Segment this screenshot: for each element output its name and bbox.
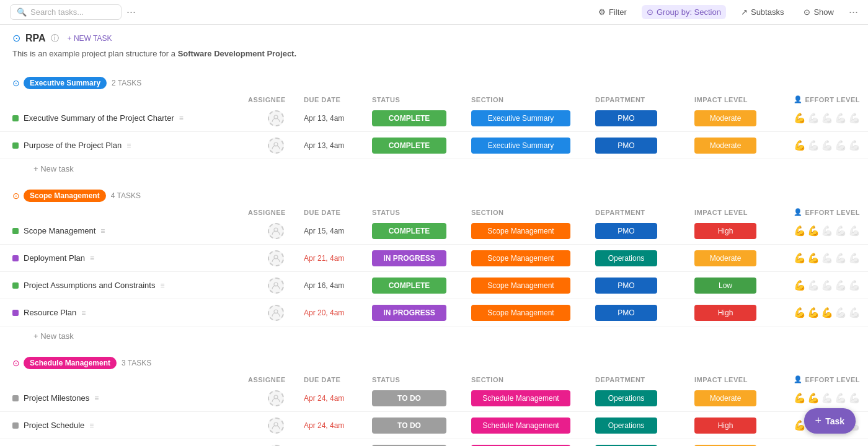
effort-icon: 💪 [807, 279, 820, 291]
status-cell: TO DO [372, 418, 471, 434]
table-row: Scope Management ≡ Apr 15, 4am COMPLETE … [0, 217, 868, 245]
task-menu-icon[interactable]: ≡ [100, 227, 105, 235]
avatar[interactable] [268, 223, 284, 239]
impact-pill[interactable]: Moderate [694, 110, 756, 126]
avatar[interactable] [268, 250, 284, 266]
add-task-fab[interactable]: + Task [804, 408, 856, 434]
department-pill[interactable]: Operations [595, 418, 657, 434]
task-name[interactable]: Project Assumptions and Constraints [24, 281, 155, 290]
department-pill[interactable]: PMO [595, 305, 657, 321]
section-cell: Schedule Management [471, 390, 595, 406]
collapse-project-icon[interactable]: ⊙ [12, 32, 20, 44]
task-name[interactable]: Deployment Plan [24, 253, 85, 263]
section-pill[interactable]: Scope Management [471, 223, 570, 239]
task-color-dot [12, 395, 19, 401]
task-menu-icon[interactable]: ≡ [94, 394, 99, 403]
task-name[interactable]: Scope Management [24, 226, 95, 235]
impact-pill[interactable]: Moderate [694, 250, 756, 266]
show-button[interactable]: ⊙ Show [799, 5, 839, 19]
group-by-button[interactable]: ⊙ Group by: Section [642, 5, 726, 19]
section-toggle-executive-summary[interactable]: ⊙ [12, 78, 20, 88]
group-by-label: Group by: Section [657, 7, 721, 17]
status-cell: IN PROGRESS [372, 305, 471, 321]
avatar[interactable] [268, 138, 284, 154]
department-pill[interactable]: Operations [595, 250, 657, 266]
page-header: ⊙ RPA ⓘ + NEW TASK This is an example pr… [0, 25, 868, 66]
effort-icon: 💪 [821, 139, 833, 151]
task-name[interactable]: Project Schedule [24, 421, 84, 430]
status-badge[interactable]: TO DO [372, 390, 446, 406]
impact-pill[interactable]: Moderate [694, 390, 756, 406]
col-due-date: DUE DATE [304, 95, 372, 103]
avatar[interactable] [268, 110, 284, 126]
section-pill[interactable]: Executive Summary [471, 138, 570, 154]
task-menu-icon[interactable]: ≡ [126, 141, 131, 150]
subtasks-button[interactable]: ↗ Subtasks [736, 5, 789, 19]
task-menu-icon[interactable]: ≡ [179, 114, 184, 123]
status-cell: COMPLETE [372, 278, 471, 294]
effort-person-icon: 👤 [794, 375, 803, 383]
status-badge[interactable]: COMPLETE [372, 110, 446, 126]
effort-cell: 💪💪💪💪💪 [794, 252, 868, 264]
section-pill[interactable]: Schedule Management [471, 390, 570, 406]
show-label: Show [813, 7, 834, 17]
department-cell: Operations [595, 250, 694, 266]
col-task [12, 95, 248, 103]
section-toggle-schedule-management[interactable]: ⊙ [12, 358, 20, 368]
avatar[interactable] [268, 278, 284, 294]
section-pill[interactable]: Scope Management [471, 278, 570, 294]
department-pill[interactable]: PMO [595, 110, 657, 126]
project-title-row: ⊙ RPA ⓘ + NEW TASK [12, 32, 856, 44]
section-badge-scope-management: Scope Management [24, 190, 106, 202]
section-pill[interactable]: Scope Management [471, 305, 570, 321]
task-name[interactable]: Purpose of the Project Plan [24, 141, 122, 150]
col-section: SECTION [471, 375, 595, 383]
due-date-cell: Apr 16, 4am [304, 281, 372, 290]
effort-icon: 💪 [821, 252, 833, 264]
status-badge[interactable]: TO DO [372, 418, 446, 434]
impact-pill[interactable]: Moderate [694, 138, 756, 154]
task-name[interactable]: Executive Summary of the Project Charter [24, 113, 174, 123]
avatar[interactable] [268, 390, 284, 406]
avatar[interactable] [268, 305, 284, 321]
filter-button[interactable]: ⚙ Filter [593, 5, 632, 19]
impact-pill[interactable]: Low [694, 278, 756, 294]
department-pill[interactable]: PMO [595, 223, 657, 239]
status-badge[interactable]: COMPLETE [372, 223, 446, 239]
department-pill[interactable]: PMO [595, 278, 657, 294]
department-pill[interactable]: Operations [595, 390, 657, 406]
toolbar-more-icon[interactable]: ··· [849, 6, 858, 19]
effort-icon: 💪 [794, 139, 806, 151]
status-badge[interactable]: IN PROGRESS [372, 305, 446, 321]
more-options-icon[interactable]: ··· [126, 6, 136, 19]
department-pill[interactable]: PMO [595, 138, 657, 154]
task-name[interactable]: Project Milestones [24, 393, 89, 403]
info-icon[interactable]: ⓘ [51, 33, 59, 44]
col-headers-schedule-management: ASSIGNEE DUE DATE STATUS SECTION DEPARTM… [0, 373, 868, 385]
task-menu-icon[interactable]: ≡ [90, 254, 94, 263]
task-name[interactable]: Resource Plan [24, 308, 76, 317]
task-menu-icon[interactable]: ≡ [89, 421, 94, 430]
impact-pill[interactable]: High [694, 418, 756, 434]
new-task-header-button[interactable]: + NEW TASK [64, 33, 116, 44]
section-pill[interactable]: Scope Management [471, 250, 570, 266]
section-pill[interactable]: Executive Summary [471, 110, 570, 126]
status-badge[interactable]: IN PROGRESS [372, 250, 446, 266]
task-menu-icon[interactable]: ≡ [81, 308, 86, 317]
impact-pill[interactable]: High [694, 305, 756, 321]
table-row: Project Assumptions and Constraints ≡ Ap… [0, 272, 868, 299]
new-task-row[interactable]: + New task [0, 159, 868, 178]
status-badge[interactable]: COMPLETE [372, 278, 446, 294]
status-badge[interactable]: COMPLETE [372, 138, 446, 154]
section-cell: Scope Management [471, 305, 595, 321]
assignee-cell [248, 110, 304, 126]
avatar[interactable] [268, 418, 284, 434]
task-color-dot [12, 115, 19, 121]
new-task-row[interactable]: + New task [0, 326, 868, 346]
section-pill[interactable]: Schedule Management [471, 418, 570, 434]
section-toggle-scope-management[interactable]: ⊙ [12, 191, 20, 201]
impact-pill[interactable]: High [694, 223, 756, 239]
due-date-cell: Apr 13, 4am [304, 141, 372, 150]
search-bar[interactable]: 🔍 Search tasks... [10, 4, 122, 20]
task-menu-icon[interactable]: ≡ [160, 281, 164, 290]
